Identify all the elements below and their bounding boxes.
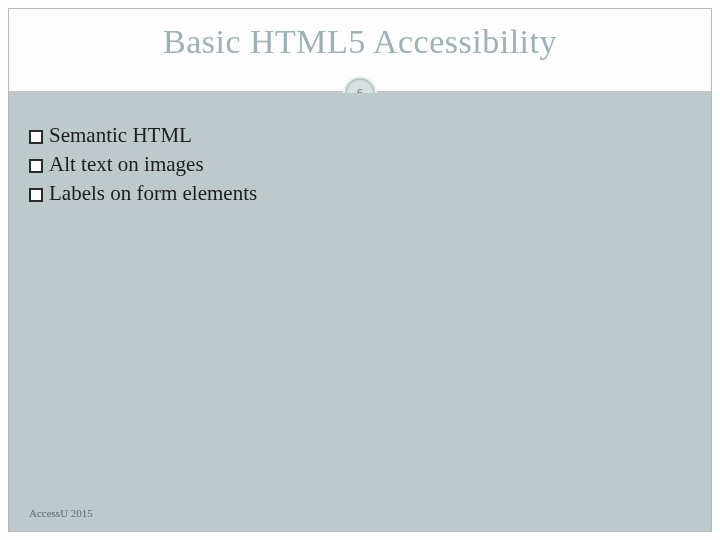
square-bullet-icon <box>29 130 43 144</box>
footer-text: AccessU 2015 <box>29 507 93 519</box>
square-bullet-icon <box>29 188 43 202</box>
square-bullet-icon <box>29 159 43 173</box>
slide-frame: Basic HTML5 Accessibility 6 Semantic HTM… <box>8 8 712 532</box>
bullet-text: Labels on form elements <box>49 181 257 206</box>
content-area: Semantic HTML Alt text on images Labels … <box>9 93 711 531</box>
bullet-text: Semantic HTML <box>49 123 192 148</box>
list-item: Semantic HTML <box>29 123 691 148</box>
list-item: Alt text on images <box>29 152 691 177</box>
bullet-text: Alt text on images <box>49 152 204 177</box>
slide-title: Basic HTML5 Accessibility <box>9 9 711 61</box>
list-item: Labels on form elements <box>29 181 691 206</box>
title-area: Basic HTML5 Accessibility 6 <box>9 9 711 93</box>
